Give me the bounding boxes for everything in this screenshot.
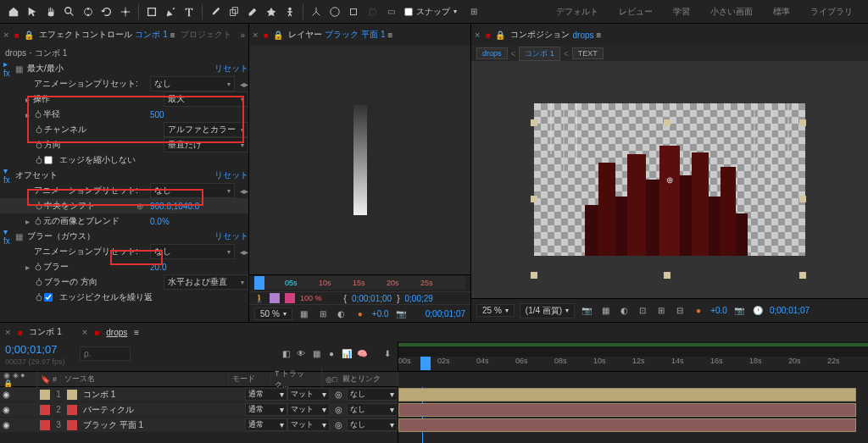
clone-tool-icon[interactable] [225, 3, 242, 20]
layer-tab[interactable]: レイヤー ブラック 平面 1 ≡ [288, 29, 392, 41]
project-tab[interactable]: プロジェクト [181, 29, 231, 41]
tl-comp-icon[interactable]: ◧ [279, 347, 292, 361]
fx-toggle-icon[interactable]: ▸ fx [3, 61, 15, 78]
tl-tab-drops[interactable]: drops [106, 328, 127, 337]
close-tab-icon[interactable]: × [475, 30, 480, 40]
preset-dropdown[interactable]: なし▾ [150, 244, 235, 259]
edge-checkbox[interactable] [44, 293, 53, 302]
selection-tool-icon[interactable] [24, 3, 41, 20]
stopwatch-icon[interactable] [34, 125, 44, 135]
snap-mode-icon[interactable]: ⊞ [465, 3, 482, 20]
layer-color[interactable] [40, 405, 50, 415]
comp-preview[interactable]: ⊕ [471, 61, 868, 298]
visibility-icon[interactable]: ◉ [0, 420, 12, 429]
stopwatch-icon[interactable] [34, 155, 44, 165]
playhead-icon[interactable] [254, 276, 264, 290]
selection-handle[interactable] [664, 272, 670, 279]
panel-menu-icon[interactable]: » [240, 30, 245, 40]
preset-dropdown[interactable]: なし▾ [150, 183, 235, 198]
camera-icon[interactable]: 📷 [394, 307, 408, 320]
effect-minmax[interactable]: 最大/最小 [27, 63, 214, 75]
timeline-bars-area[interactable] [398, 387, 868, 443]
lock-icon[interactable]: 🔒 [495, 30, 505, 40]
out-time[interactable]: 0;00;29 [404, 294, 432, 303]
grid-icon[interactable]: ⊞ [316, 307, 330, 320]
blur-amount-value[interactable]: 20.0 [147, 263, 248, 272]
bc-drops[interactable]: drops [476, 47, 508, 59]
effect-blur[interactable]: ブラー（ガウス） [27, 230, 214, 242]
out-bracket-icon[interactable]: } [397, 294, 399, 303]
timeline-layer-row[interactable]: ◉2パーティクル通常▾マット▾◎なし▾ [0, 402, 398, 418]
pickwhip-icon[interactable]: ◎ [330, 405, 347, 414]
reset-link[interactable]: リセット [214, 230, 248, 242]
mask-icon[interactable]: ◐ [617, 304, 631, 318]
zoom-tool-icon[interactable] [61, 3, 78, 20]
brush-tool-icon[interactable] [207, 3, 224, 20]
text-tool-icon[interactable] [181, 3, 198, 20]
effect-controls-tab[interactable]: エフェクトコントロール コンボ 1 ≡ [39, 29, 175, 41]
selection-handle[interactable] [799, 196, 806, 202]
walk-icon[interactable]: 🚶 [254, 294, 264, 303]
blend-value[interactable]: 0.0% [147, 217, 248, 226]
tl-motion-blur-icon[interactable]: ● [325, 347, 338, 361]
effect-offset[interactable]: オフセット [15, 169, 214, 181]
blend-mode-dropdown[interactable]: 通常▾ [245, 403, 287, 416]
visibility-icon[interactable]: ◉ [0, 390, 12, 399]
layer-name[interactable]: コンボ 1 [80, 389, 245, 401]
local-axis-icon[interactable] [308, 3, 325, 20]
layer-name[interactable]: ブラック 平面 1 [80, 419, 245, 431]
channel-icon[interactable]: ● [692, 304, 705, 318]
current-time[interactable]: 0;00;01;07 [426, 309, 465, 318]
parent-dropdown[interactable]: なし▾ [347, 403, 398, 416]
blur-dir-dropdown[interactable]: 水平および垂直▾ [164, 274, 248, 290]
roto-tool-icon[interactable] [263, 3, 280, 20]
next-preset-icon[interactable]: ▸ [244, 247, 248, 257]
layer-color[interactable] [40, 390, 50, 400]
home-icon[interactable] [5, 3, 22, 20]
color-icon[interactable] [285, 293, 295, 303]
next-preset-icon[interactable]: ▸ [244, 80, 248, 89]
alpha-icon[interactable] [270, 293, 280, 303]
tl-brain-icon[interactable]: 🧠 [355, 347, 369, 361]
fx-toggle-icon[interactable]: ▾ fx [3, 166, 15, 185]
visibility-icon[interactable]: ◉ [0, 405, 12, 414]
stopwatch-icon[interactable] [33, 262, 43, 272]
anchor-icon[interactable]: ⊕ [666, 175, 673, 185]
close-tab-icon[interactable]: × [253, 30, 258, 40]
view-axis-icon[interactable] [345, 3, 362, 20]
close-tab-icon[interactable]: × [5, 327, 10, 337]
stopwatch-icon[interactable] [34, 201, 44, 211]
layer-bar[interactable] [398, 403, 856, 417]
selection-handle[interactable] [531, 272, 537, 279]
tl-marker-icon[interactable]: ⬇ [381, 347, 394, 361]
tl-tab-combo[interactable]: コンボ 1 [29, 326, 61, 338]
transparency-icon[interactable]: ▦ [598, 304, 612, 318]
lock-icon[interactable]: 🔒 [273, 30, 283, 40]
close-tab-icon[interactable]: × [82, 327, 87, 337]
pickwhip-icon[interactable]: ◎ [330, 420, 347, 429]
pickwhip-icon[interactable]: ◎ [330, 390, 347, 399]
tl-graph-icon[interactable]: 📊 [340, 347, 353, 361]
channel-icon[interactable]: ● [353, 307, 367, 320]
in-time[interactable]: 0;00;01;00 [352, 294, 392, 303]
tl-shy-icon[interactable]: 👁 [294, 347, 308, 361]
eraser-tool-icon[interactable] [244, 3, 261, 20]
parent-dropdown[interactable]: なし▾ [347, 418, 398, 431]
channel-dropdown[interactable]: アルファとカラー▾ [164, 122, 248, 137]
mask-icon[interactable]: ◐ [335, 307, 348, 320]
layer-bar[interactable] [398, 388, 856, 401]
zoom-dropdown[interactable]: 50 %▾ [254, 307, 292, 320]
camera-icon[interactable]: 📷 [580, 304, 593, 318]
tl-frame-blend-icon[interactable]: ▦ [309, 347, 323, 361]
zoom-dropdown[interactable]: 25 %▾ [476, 304, 515, 317]
work-area-bar[interactable] [398, 343, 868, 346]
selection-handle[interactable] [531, 119, 537, 126]
in-bracket-icon[interactable]: { [344, 294, 347, 303]
region-icon[interactable]: ⊡ [636, 304, 649, 318]
mini-timeline[interactable]: 05s 10s 15s 20s 25s [254, 276, 465, 290]
reset-link[interactable]: リセット [214, 169, 248, 181]
box-tool-icon[interactable]: ▢ [364, 3, 381, 20]
layer-name[interactable]: パーティクル [80, 404, 245, 416]
snapshot-icon[interactable]: 📷 [732, 304, 746, 318]
stopwatch-icon[interactable] [33, 109, 43, 119]
